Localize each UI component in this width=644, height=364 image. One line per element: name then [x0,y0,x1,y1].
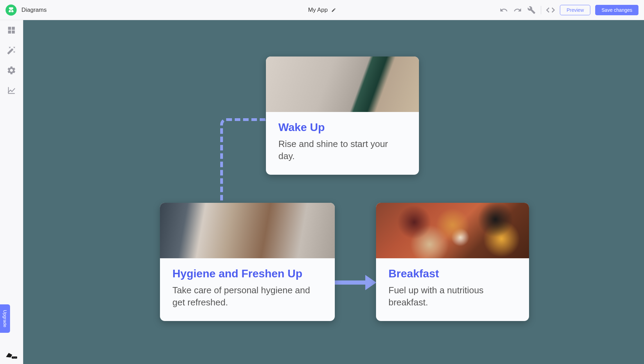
preview-button[interactable]: Preview [560,5,590,15]
node-hygiene[interactable]: Hygiene and Freshen Up Take care of pers… [160,203,335,321]
card-title: Wake Up [278,121,406,134]
topbar: Diagrams My App Preview Save changes [0,0,644,20]
sidebar: Upgrade >_< [0,20,23,364]
svg-rect-5 [9,11,11,12]
top-actions: Preview Save changes [499,5,638,15]
svg-text:>_<: >_< [13,357,16,358]
save-button[interactable]: Save changes [595,5,638,15]
divider [541,6,541,14]
card-description: Take care of personal hygiene and get re… [172,284,322,309]
node-wake-up[interactable]: Wake Up Rise and shine to start your day… [266,57,419,175]
section-title[interactable]: Diagrams [21,7,47,14]
card-description: Fuel up with a nutritious breakfast. [388,284,517,309]
undo-icon[interactable] [499,6,508,15]
upgrade-tab[interactable]: Upgrade [0,304,10,333]
node-breakfast[interactable]: Breakfast Fuel up with a nutritious brea… [376,203,529,321]
card-title: Breakfast [388,267,517,280]
svg-rect-6 [12,11,14,12]
app-title-text: My App [308,7,328,14]
card-image [266,57,419,112]
app-title[interactable]: My App [308,7,336,14]
main: Upgrade >_< Wake Up Rise and shine to st… [0,20,644,364]
card-image [376,203,529,258]
chart-icon[interactable] [6,85,17,96]
redo-icon[interactable] [513,6,522,15]
brand-icon[interactable]: >_< [4,352,19,359]
app-logo[interactable] [6,5,17,16]
card-title: Hygiene and Freshen Up [172,267,322,280]
edit-icon [331,8,336,12]
gear-icon[interactable] [6,65,17,76]
grid-icon[interactable] [6,25,17,35]
code-icon[interactable] [546,6,555,15]
build-icon[interactable] [527,6,536,15]
svg-rect-0 [9,8,13,9]
wand-icon[interactable] [6,45,17,55]
card-image [160,203,335,258]
canvas[interactable]: Wake Up Rise and shine to start your day… [23,20,644,364]
connector-arrow[interactable] [335,275,376,290]
card-description: Rise and shine to start your day. [278,138,406,162]
